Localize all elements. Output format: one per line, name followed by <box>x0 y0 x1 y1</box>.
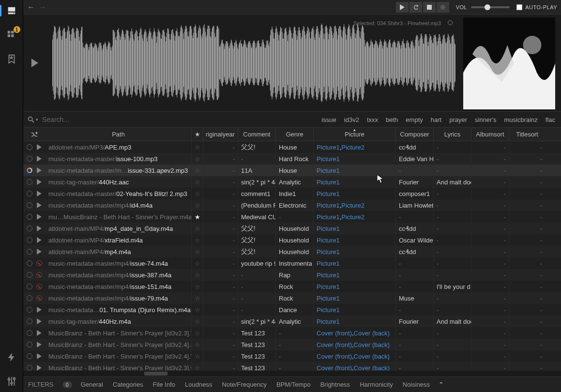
table-row[interactable]: MusicBrainz - Beth Hart - Sinner's Praye… <box>23 339 561 350</box>
nav-back[interactable]: ← <box>27 3 35 12</box>
picture-link[interactable]: Picture1 <box>317 144 340 151</box>
filter-note-frequency[interactable]: Note/Frequency <box>222 381 267 388</box>
autoplay-toggle[interactable]: AUTO-PLAY <box>516 4 557 10</box>
play-icon[interactable] <box>36 179 42 185</box>
picture-link[interactable]: Cover (back) <box>354 330 390 337</box>
tag-musicbrainz[interactable]: musicbrainz <box>502 115 539 124</box>
table-row[interactable]: music-tag-master/440Hz.m4a☆-sin(2 * pi *… <box>23 316 561 327</box>
picture-link[interactable]: Picture1 <box>317 271 340 279</box>
table-row[interactable]: atldotnet-main/MP4/mp4_date_in_©day.m4a☆… <box>23 223 561 234</box>
table-row[interactable]: music-metadata-master/mp4/issue-151.m4a☆… <box>23 281 561 292</box>
picture-link[interactable]: Cover (front) <box>317 353 352 360</box>
filter-loudness[interactable]: Loudness <box>185 381 212 388</box>
table-row[interactable]: music-metadata-master/02-Yeahs-It's Blit… <box>23 188 561 199</box>
filters-expand[interactable]: ⌃ <box>439 381 444 388</box>
star-toggle[interactable]: ☆ <box>192 327 203 339</box>
picture-link[interactable]: Cover (front) <box>317 330 352 337</box>
table-row[interactable]: atldotnet-main/MP4/mp4.m4a☆-父父!Household… <box>23 246 561 257</box>
star-toggle[interactable]: ☆ <box>192 281 203 292</box>
play-icon[interactable] <box>36 214 42 220</box>
star-toggle[interactable]: ☆ <box>192 292 203 304</box>
filter-noisiness[interactable]: Noisiness <box>403 381 430 388</box>
table-row[interactable]: music-metadata-master/mp4/id4.m4a☆-(Pend… <box>23 199 561 211</box>
picture-link[interactable]: Picture1 <box>317 295 340 302</box>
table-row[interactable]: atldotnet-main/MP3/APE.mp3☆-父父!HousePict… <box>23 141 561 153</box>
star-toggle[interactable]: ☆ <box>192 165 203 176</box>
star-toggle[interactable]: ☆ <box>192 257 203 269</box>
col-lyrics[interactable]: Lyrics <box>434 128 471 141</box>
picture-link[interactable]: Picture1 <box>317 213 340 221</box>
col-albumsort[interactable]: Albumsort <box>471 128 509 141</box>
rail-bolt[interactable] <box>4 349 19 365</box>
table-row[interactable]: atldotnet-main/MP4/xtraField.m4a☆-父父!Hou… <box>23 234 561 246</box>
col-path[interactable]: Path <box>45 128 192 141</box>
star-toggle[interactable]: ☆ <box>192 176 203 188</box>
tag-beth[interactable]: beth <box>384 115 400 124</box>
picture-link[interactable]: Cover (back) <box>354 353 390 360</box>
play-icon[interactable] <box>36 226 42 231</box>
picture-link[interactable]: Picture2 <box>341 213 364 221</box>
rail-bookmark[interactable] <box>4 51 19 67</box>
stop-button[interactable] <box>423 2 436 13</box>
tag-empty[interactable]: empty <box>404 115 425 124</box>
tag-flac[interactable]: flac <box>544 115 557 124</box>
picture-link[interactable]: Picture1 <box>317 260 340 267</box>
picture-link[interactable]: Cover (front) <box>317 341 352 348</box>
play-icon[interactable] <box>36 330 42 336</box>
play-button[interactable] <box>396 2 409 13</box>
play-icon[interactable] <box>36 237 42 243</box>
filter-bpm-tempo[interactable]: BPM/Tempo <box>276 381 311 388</box>
tag-prayer[interactable]: prayer <box>447 115 469 124</box>
col-picture[interactable]: ▴Picture <box>314 128 396 141</box>
tag-id3v2[interactable]: id3v2 <box>342 115 361 124</box>
play-icon[interactable] <box>36 191 42 196</box>
rail-settings[interactable] <box>4 374 19 389</box>
play-icon[interactable] <box>36 202 42 208</box>
autoplay-checkbox[interactable] <box>516 4 522 10</box>
tag-txxx[interactable]: txxx <box>365 115 380 124</box>
star-toggle[interactable]: ☆ <box>192 141 203 153</box>
wave-marker[interactable] <box>448 20 453 25</box>
loop-button[interactable] <box>409 2 422 13</box>
star-toggle[interactable]: ☆ <box>192 153 203 165</box>
star-toggle[interactable]: ☆ <box>192 339 203 350</box>
picture-link[interactable]: Cover (back) <box>354 341 390 348</box>
play-icon[interactable] <box>36 342 42 347</box>
play-icon[interactable] <box>36 353 42 359</box>
star-toggle[interactable]: ☆ <box>192 304 203 316</box>
star-toggle[interactable]: ☆ <box>192 362 203 371</box>
picture-link[interactable]: Picture1 <box>317 248 340 256</box>
play-icon[interactable] <box>36 167 42 173</box>
col-originalyear[interactable]: riginalyear <box>203 128 238 141</box>
table-row[interactable]: music-metadata-master/issue-100.mp3☆--Ha… <box>23 153 561 165</box>
picture-link[interactable]: Cover (front) <box>317 364 352 371</box>
star-toggle[interactable]: ☆ <box>192 199 203 211</box>
waveform[interactable]: Selected: 034 Shihr3 - Pinwheel.mp3 <box>52 17 455 108</box>
picture-link[interactable]: Picture1 <box>317 190 340 197</box>
picture-link[interactable]: Picture1 <box>317 306 340 314</box>
picture-link[interactable]: Picture1 <box>317 202 340 209</box>
star-toggle[interactable]: ☆ <box>192 234 203 246</box>
tag-sinner's[interactable]: sinner's <box>473 115 498 124</box>
col-genre[interactable]: Genre <box>276 128 314 141</box>
filter-brightness[interactable]: Brightness <box>320 381 350 388</box>
play-icon[interactable] <box>36 144 42 150</box>
play-icon[interactable] <box>36 307 42 313</box>
col-shuffle[interactable] <box>23 128 45 141</box>
wave-play[interactable] <box>25 17 45 108</box>
rail-disk[interactable] <box>4 3 19 18</box>
star-toggle[interactable]: ☆ <box>192 223 203 234</box>
picture-link[interactable]: Picture1 <box>317 318 340 325</box>
picture-link[interactable]: Picture1 <box>317 155 340 163</box>
play-icon[interactable] <box>36 365 42 371</box>
picture-link[interactable]: Picture1 <box>317 179 340 186</box>
picture-link[interactable]: Picture1 <box>317 237 340 244</box>
h-scrollbar[interactable] <box>23 371 561 377</box>
star-toggle[interactable]: ☆ <box>192 350 203 362</box>
play-icon[interactable] <box>36 318 42 324</box>
tag-issue[interactable]: issue <box>319 115 338 124</box>
filter-general[interactable]: General <box>81 381 103 388</box>
filter-harmonicity[interactable]: Harmonicity <box>360 381 393 388</box>
star-toggle[interactable]: ☆ <box>192 246 203 257</box>
search-input[interactable] <box>42 116 319 123</box>
